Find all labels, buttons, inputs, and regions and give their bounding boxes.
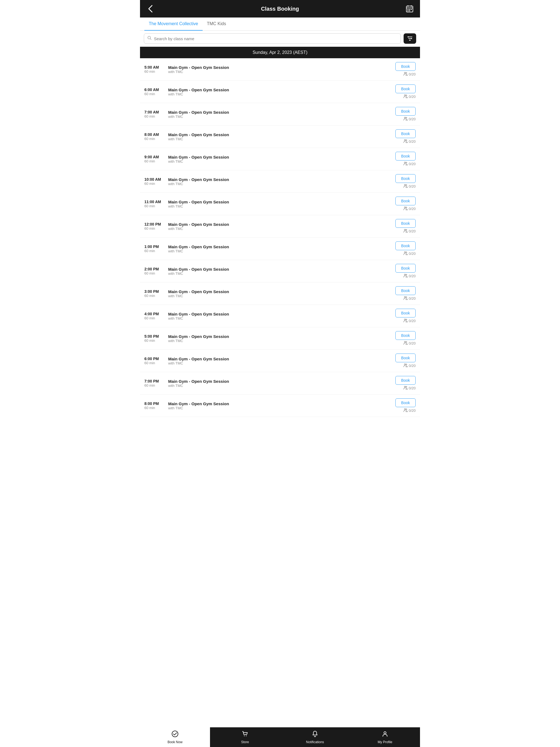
class-instructor: with TMC (168, 272, 390, 276)
nav-notifications[interactable]: Notifications (280, 727, 350, 747)
class-time: 12:00 PM 60 min (144, 222, 165, 231)
class-item: 11:00 AM 60 min Main Gym - Open Gym Sess… (140, 193, 420, 215)
class-time-duration: 60 min (144, 383, 165, 387)
book-button[interactable]: Book (396, 129, 416, 138)
class-time: 7:00 AM 60 min (144, 110, 165, 119)
class-time-hour: 10:00 AM (144, 177, 165, 182)
class-name: Main Gym - Open Gym Session (168, 132, 390, 137)
store-icon (241, 730, 249, 739)
class-time: 9:00 AM 60 min (144, 155, 165, 163)
class-time-hour: 5:00 PM (144, 334, 165, 338)
class-time-duration: 60 min (144, 226, 165, 231)
nav-my-profile[interactable]: My Profile (350, 727, 420, 747)
svg-point-27 (406, 252, 407, 253)
class-instructor: with TMC (168, 182, 390, 186)
nav-store[interactable]: Store (210, 727, 280, 747)
profile-icon (381, 730, 388, 739)
svg-point-39 (406, 386, 407, 387)
capacity-value: 0/20 (409, 274, 416, 278)
book-button[interactable]: Book (396, 241, 416, 250)
class-info: Main Gym - Open Gym Session with TMC (168, 87, 390, 96)
class-item: 10:00 AM 60 min Main Gym - Open Gym Sess… (140, 170, 420, 193)
capacity-icon (403, 341, 408, 345)
book-button[interactable]: Book (396, 62, 416, 71)
search-wrapper (144, 33, 401, 44)
svg-point-7 (408, 36, 409, 37)
calendar-button[interactable] (405, 4, 414, 14)
book-button[interactable]: Book (396, 174, 416, 183)
class-time: 5:00 PM 60 min (144, 334, 165, 343)
class-time-duration: 60 min (144, 338, 165, 343)
capacity-value: 0/20 (409, 95, 416, 99)
tab-tmc-kids[interactable]: TMC Kids (203, 18, 230, 31)
class-time-duration: 60 min (144, 406, 165, 410)
book-button[interactable]: Book (396, 264, 416, 273)
class-capacity: 0/20 (403, 386, 416, 390)
class-action: Book 0/20 (394, 398, 416, 413)
tab-tmc[interactable]: The Movement Collective (144, 18, 203, 31)
book-button[interactable]: Book (396, 219, 416, 228)
back-button[interactable] (146, 4, 155, 14)
book-button[interactable]: Book (396, 84, 416, 93)
bottom-navigation: Book Now Store Notifications My Pro (140, 727, 420, 747)
book-button[interactable]: Book (396, 376, 416, 385)
capacity-icon (403, 139, 408, 144)
class-time-hour: 2:00 PM (144, 267, 165, 271)
capacity-value: 0/20 (409, 162, 416, 166)
capacity-icon (403, 117, 408, 121)
svg-point-41 (406, 409, 407, 410)
class-item: 8:00 AM 60 min Main Gym - Open Gym Sessi… (140, 126, 420, 148)
class-item: 12:00 PM 60 min Main Gym - Open Gym Sess… (140, 215, 420, 238)
class-time-hour: 11:00 AM (144, 200, 165, 204)
class-instructor: with TMC (168, 339, 390, 343)
capacity-value: 0/20 (409, 229, 416, 233)
class-capacity: 0/20 (403, 72, 416, 77)
class-time: 6:00 PM 60 min (144, 357, 165, 365)
capacity-value: 0/20 (409, 139, 416, 144)
book-button[interactable]: Book (396, 309, 416, 317)
nav-book-now[interactable]: Book Now (140, 727, 210, 747)
book-button[interactable]: Book (396, 398, 416, 407)
book-button[interactable]: Book (396, 331, 416, 340)
class-name: Main Gym - Open Gym Session (168, 65, 390, 70)
class-time-duration: 60 min (144, 137, 165, 141)
class-action: Book 0/20 (394, 376, 416, 390)
class-time-duration: 60 min (144, 316, 165, 320)
class-time-hour: 3:00 PM (144, 289, 165, 294)
svg-point-14 (404, 117, 406, 119)
capacity-value: 0/20 (409, 409, 416, 413)
search-icon (147, 36, 152, 41)
class-capacity: 0/20 (403, 251, 416, 256)
book-now-icon (172, 730, 179, 739)
class-action: Book 0/20 (394, 84, 416, 99)
capacity-icon (403, 229, 408, 233)
svg-rect-2 (409, 9, 410, 10)
search-input[interactable] (154, 36, 397, 41)
class-instructor: with TMC (168, 384, 390, 388)
book-button[interactable]: Book (396, 286, 416, 295)
nav-store-label: Store (241, 740, 249, 744)
class-name: Main Gym - Open Gym Session (168, 87, 390, 92)
capacity-icon (403, 386, 408, 390)
book-button[interactable]: Book (396, 197, 416, 205)
svg-point-12 (404, 95, 406, 96)
class-time-hour: 1:00 PM (144, 244, 165, 249)
capacity-value: 0/20 (409, 364, 416, 368)
date-header: Sunday, Apr 2, 2023 (AEST) (140, 47, 420, 58)
svg-point-29 (406, 274, 407, 275)
book-button[interactable]: Book (396, 107, 416, 115)
class-item: 9:00 AM 60 min Main Gym - Open Gym Sessi… (140, 148, 420, 170)
class-time-duration: 60 min (144, 70, 165, 74)
svg-point-37 (406, 364, 407, 365)
svg-point-44 (246, 736, 247, 736)
class-instructor: with TMC (168, 316, 390, 320)
svg-point-23 (406, 207, 407, 208)
class-time-hour: 7:00 PM (144, 379, 165, 383)
class-capacity: 0/20 (403, 408, 416, 413)
class-time-hour: 8:00 PM (144, 402, 165, 406)
filter-button[interactable] (404, 33, 416, 44)
book-button[interactable]: Book (396, 152, 416, 160)
class-item: 6:00 PM 60 min Main Gym - Open Gym Sessi… (140, 350, 420, 372)
book-button[interactable]: Book (396, 354, 416, 362)
svg-point-13 (406, 95, 407, 96)
